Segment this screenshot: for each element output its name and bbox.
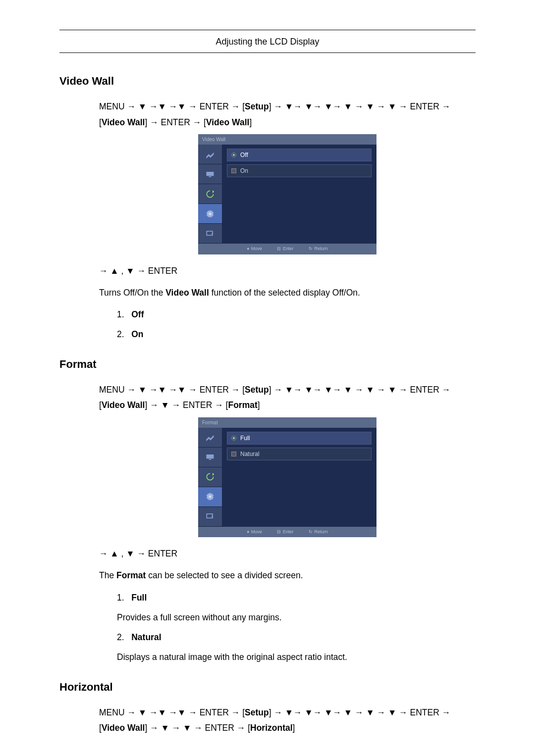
nav-videowall-2: Video Wall: [206, 117, 250, 127]
svg-rect-1: [209, 176, 212, 177]
list-item-desc: Provides a full screen without any margi…: [117, 611, 476, 624]
nav-enter-2: ENTER: [410, 385, 439, 395]
osd-option-label: Off: [240, 151, 248, 159]
radio-icon: [231, 436, 236, 441]
osd-option-label: Natural: [240, 450, 260, 458]
nav-enter: ENTER: [200, 707, 229, 717]
nav-setup: Setup: [245, 385, 269, 395]
nav-menu: MENU: [99, 385, 125, 395]
nav-path-horizontal: MENU → ▼ →▼ →▼ → ENTER → [Setup] → ▼→ ▼→…: [99, 705, 476, 736]
osd-option-label: Full: [240, 434, 250, 443]
list-item: 2. On: [117, 328, 476, 341]
svg-rect-5: [209, 459, 212, 460]
checkbox-icon: [231, 452, 236, 456]
nav-path-format: MENU → ▼ →▼ →▼ → ENTER → [Setup] → ▼→ ▼→…: [99, 382, 476, 413]
nav-enter: ENTER: [200, 101, 229, 111]
osd-icon-tools[interactable]: [198, 145, 222, 164]
page-header-title: Adjusting the LCD Display: [59, 31, 476, 53]
nav-videowall: Video Wall: [102, 117, 145, 127]
checkbox-icon: [231, 168, 236, 173]
osd-icon-input[interactable]: [198, 224, 222, 244]
osd-footer-return: ↻ Return: [309, 246, 328, 252]
osd-sidebar: [198, 145, 222, 244]
osd-icon-input[interactable]: [198, 507, 222, 527]
list-item: 2. Natural Displays a natural image with…: [117, 631, 476, 664]
osd-icon-display[interactable]: [198, 448, 222, 467]
nav-horizontal: Horizontal: [250, 723, 293, 733]
svg-rect-0: [207, 172, 214, 176]
nav-enter-2: ENTER: [410, 707, 439, 717]
osd-icon-gear[interactable]: [198, 204, 222, 224]
nav-format: Format: [228, 400, 257, 410]
section-title-video-wall: Video Wall: [59, 73, 476, 89]
osd-option-off[interactable]: Off: [227, 149, 372, 161]
osd-footer-enter: ⊟ Enter: [277, 529, 294, 536]
osd-footer: ♦ Move ⊟ Enter ↻ Return: [198, 527, 376, 538]
nav-path-video-wall: MENU → ▼ →▼ →▼ → ENTER → [Setup] → ▼→ ▼→…: [99, 99, 476, 130]
section-title-horizontal: Horizontal: [59, 679, 476, 695]
svg-rect-3: [207, 231, 213, 235]
osd-icon-refresh[interactable]: [198, 184, 222, 204]
osd-content: Off On: [222, 145, 376, 244]
list-item-desc: Displays a natural image with the origin…: [117, 651, 476, 663]
osd-footer-move: ♦ Move: [247, 246, 262, 252]
osd-menu-format: Format Full Natural ♦ Move ⊟ Enter ↻ Ret…: [198, 417, 376, 538]
osd-footer-move: ♦ Move: [247, 529, 262, 536]
osd-icon-refresh[interactable]: [198, 467, 222, 487]
osd-footer: ♦ Move ⊟ Enter ↻ Return: [198, 244, 376, 254]
nav-enter-3: ENTER: [183, 400, 212, 410]
post-nav-video-wall: → ▲ , ▼ → ENTER: [99, 264, 476, 277]
osd-content: Full Natural: [222, 428, 376, 527]
osd-title: Video Wall: [198, 134, 376, 145]
nav-setup: Setup: [245, 101, 269, 111]
osd-option-natural[interactable]: Natural: [227, 448, 372, 460]
nav-videowall: Video Wall: [102, 723, 145, 733]
nav-enter-3: ENTER: [161, 117, 190, 127]
nav-enter: ENTER: [200, 385, 229, 395]
osd-icon-tools[interactable]: [198, 428, 222, 448]
svg-rect-4: [207, 454, 214, 458]
osd-sidebar: [198, 428, 222, 527]
osd-option-on[interactable]: On: [227, 164, 372, 177]
nav-enter-2: ENTER: [410, 101, 439, 111]
nav-enter-3: ENTER: [205, 723, 234, 733]
osd-footer-return: ↻ Return: [309, 529, 328, 536]
description-format: The Format can be selected to see a divi…: [99, 569, 476, 582]
nav-menu: MENU: [99, 101, 125, 111]
osd-option-full[interactable]: Full: [227, 432, 372, 445]
description-video-wall: Turns Off/On the Video Wall function of …: [99, 286, 476, 299]
list-item: 1. Full Provides a full screen without a…: [117, 591, 476, 624]
osd-footer-enter: ⊟ Enter: [277, 246, 294, 252]
list-item: 1. Off: [117, 308, 476, 321]
nav-videowall: Video Wall: [102, 400, 145, 410]
nav-setup: Setup: [245, 707, 269, 717]
osd-icon-gear[interactable]: [198, 487, 222, 507]
osd-icon-display[interactable]: [198, 164, 222, 184]
svg-rect-7: [207, 514, 213, 518]
page-top-rule: [59, 30, 476, 30]
osd-menu-video-wall: Video Wall Off On ♦ Move ⊟ Enter ↻ Retur…: [198, 134, 376, 254]
osd-title: Format: [198, 417, 376, 428]
section-title-format: Format: [59, 356, 476, 372]
nav-menu: MENU: [99, 707, 125, 717]
post-nav-format: → ▲ , ▼ → ENTER: [99, 547, 476, 560]
radio-icon: [231, 152, 236, 157]
osd-option-label: On: [240, 166, 248, 175]
